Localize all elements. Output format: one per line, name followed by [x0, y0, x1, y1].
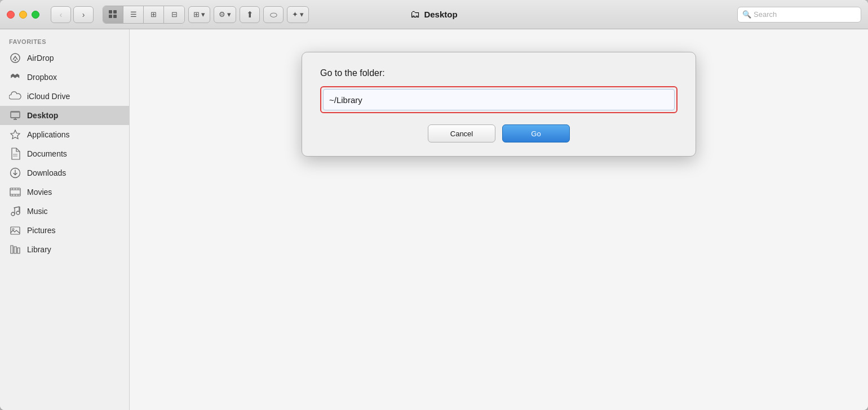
list-view-icon: ☰ — [130, 10, 137, 19]
sidebar-item-library[interactable]: Library — [0, 240, 129, 259]
sidebar-item-dropbox[interactable]: Dropbox — [0, 68, 129, 87]
folder-path-input[interactable] — [323, 89, 675, 110]
gear-icon: ⚙ — [219, 10, 225, 19]
minimize-button[interactable] — [19, 11, 27, 19]
sidebar-item-applications[interactable]: Applications — [0, 125, 129, 144]
content-area: Favorites AirDrop — [0, 29, 868, 410]
music-icon — [9, 205, 21, 217]
nav-buttons: ‹ › — [51, 6, 94, 23]
arrange-dropdown-arrow: ▾ — [201, 10, 205, 19]
sidebar-item-pictures[interactable]: Pictures — [0, 221, 129, 240]
favorites-section-title: Favorites — [0, 36, 129, 48]
cover-flow-button[interactable]: ⊟ — [164, 6, 184, 23]
dialog-overlay: Go to the folder: Cancel Go — [130, 29, 868, 410]
window-title-area: 🗂 Desktop — [410, 8, 457, 20]
view-mode-group: ☰ ⊞ ⊟ — [103, 6, 185, 24]
search-placeholder: Search — [754, 10, 777, 19]
icon-view-button[interactable] — [103, 6, 123, 23]
sidebar-item-movies[interactable]: Movies — [0, 182, 129, 202]
forward-icon: › — [82, 10, 85, 19]
actions-dropdown[interactable]: ⚙ ▾ — [214, 6, 236, 23]
svg-point-17 — [16, 211, 20, 215]
list-view-button[interactable]: ☰ — [123, 6, 144, 23]
window-title: Desktop — [424, 10, 457, 19]
traffic-lights — [7, 11, 39, 19]
svg-rect-20 — [11, 227, 20, 234]
close-button[interactable] — [7, 11, 15, 19]
actions-dropdown-arrow: ▾ — [227, 10, 231, 19]
icloud-drive-label: iCloud Drive — [27, 92, 70, 101]
dialog-buttons: Cancel Go — [320, 124, 677, 142]
library-label: Library — [27, 245, 51, 254]
pictures-label: Pictures — [27, 226, 56, 235]
dropbox-icon: ✦ — [292, 10, 298, 19]
back-button[interactable]: ‹ — [51, 6, 71, 23]
pictures-icon — [9, 224, 21, 237]
search-icon: 🔍 — [742, 10, 751, 19]
applications-label: Applications — [27, 130, 70, 139]
dialog-title: Go to the folder: — [320, 68, 677, 78]
sidebar-item-airdrop[interactable]: AirDrop — [0, 48, 129, 68]
svg-point-21 — [12, 229, 14, 230]
airdrop-icon — [9, 52, 21, 64]
sidebar-item-music[interactable]: Music — [0, 202, 129, 221]
folder-input-wrapper — [320, 86, 677, 113]
desktop-folder-icon: 🗂 — [410, 8, 420, 20]
icon-view-icon — [109, 10, 118, 19]
maximize-button[interactable] — [32, 11, 39, 19]
icloud-icon — [9, 90, 21, 102]
share-icon: ⬆ — [246, 10, 254, 20]
sidebar-item-documents[interactable]: Documents — [0, 144, 129, 163]
dropbox-sidebar-label: Dropbox — [27, 73, 57, 82]
dropbox-dropdown-arrow: ▾ — [300, 10, 304, 19]
cover-flow-icon: ⊟ — [171, 10, 178, 19]
share-button[interactable]: ⬆ — [240, 6, 260, 23]
desktop-label: Desktop — [27, 111, 58, 120]
sidebar-item-icloud-drive[interactable]: iCloud Drive — [0, 87, 129, 106]
sidebar-item-downloads[interactable]: Downloads — [0, 163, 129, 182]
cancel-button[interactable]: Cancel — [428, 124, 495, 142]
library-icon — [9, 243, 21, 256]
downloads-icon — [9, 167, 21, 179]
dropbox-button[interactable]: ✦ ▾ — [287, 6, 309, 23]
column-view-button[interactable]: ⊞ — [144, 6, 164, 23]
documents-label: Documents — [27, 149, 67, 158]
applications-icon — [9, 128, 21, 141]
tag-button[interactable]: ⬭ — [263, 6, 284, 23]
finder-window: ‹ › ☰ ⊞ — [0, 0, 868, 410]
main-content: Go to the folder: Cancel Go — [130, 29, 868, 410]
svg-point-1 — [15, 60, 16, 61]
documents-icon — [9, 148, 21, 160]
search-bar[interactable]: 🔍 Search — [737, 7, 861, 23]
tag-icon: ⬭ — [270, 10, 277, 20]
back-icon: ‹ — [60, 10, 63, 19]
music-label: Music — [27, 207, 48, 216]
forward-button[interactable]: › — [73, 6, 94, 23]
sidebar: Favorites AirDrop — [0, 29, 130, 410]
movies-label: Movies — [27, 188, 52, 197]
titlebar: ‹ › ☰ ⊞ — [0, 0, 868, 29]
sidebar-item-desktop[interactable]: Desktop — [0, 106, 129, 125]
goto-folder-dialog: Go to the folder: Cancel Go — [302, 52, 696, 157]
dropbox-sidebar-icon — [9, 71, 21, 83]
arrange-dropdown[interactable]: ⊞ ▾ — [188, 6, 210, 23]
toolbar-right: 🔍 Search — [737, 7, 861, 23]
desktop-icon — [9, 109, 21, 122]
go-button[interactable]: Go — [502, 124, 570, 142]
arrange-icon: ⊞ — [193, 10, 200, 19]
view-controls: ☰ ⊞ ⊟ ⊞ ▾ ⚙ ▾ ⬆ ⬭ — [103, 6, 309, 24]
svg-point-0 — [11, 54, 20, 63]
downloads-label: Downloads — [27, 168, 66, 177]
column-view-icon: ⊞ — [150, 10, 157, 19]
airdrop-label: AirDrop — [27, 54, 54, 63]
svg-point-16 — [11, 212, 15, 216]
movies-icon — [9, 186, 21, 198]
svg-rect-3 — [11, 112, 20, 113]
